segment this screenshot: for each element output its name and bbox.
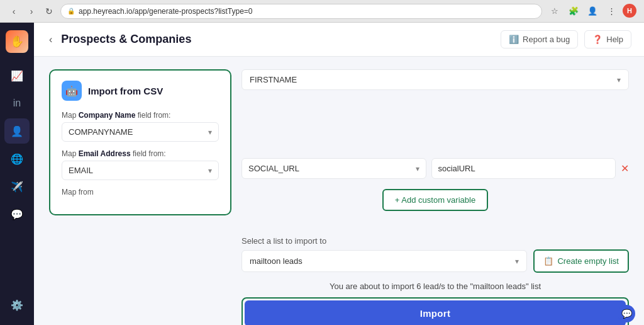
create-list-icon: 📋 [543,256,553,266]
chevron-down-social: ▾ [416,164,419,173]
spacer-email [242,128,629,158]
browser-actions: ☆ 🧩 👤 ⋮ H [547,4,636,19]
import-card-area: 🤖 Import from CSV Map Company Name field… [49,69,231,325]
back-button[interactable]: ‹ [8,5,20,18]
email-label: Map Email Address field from: [62,149,219,158]
list-selected-value: mailtoon leads [250,256,303,266]
right-form-area: FIRSTNAME ▾ SOCIAL_URL ▾ ✕ [231,69,629,325]
import-card-header: 🤖 Import from CSV [62,81,219,101]
content-area: 🤖 Import from CSV Map Company Name field… [34,57,644,325]
app-layout: ✋ 📈 in 👤 🌐 ✈️ 💬 ⚙️ ‹ Prospects & Compani… [0,23,644,325]
more-icon[interactable]: ⋮ [604,4,619,19]
companyname-value: COMPANYNAME [69,127,133,137]
companyname-label: Map Company Name field from: [62,111,219,120]
mapfrom-label: Map from [62,188,219,197]
report-bug-button[interactable]: ℹ️ Report a bug [501,30,578,48]
select-list-label: Select a list to import to [242,236,629,246]
select-list-section: Select a list to import to mailtoon lead… [242,236,629,273]
import-card-title: Import from CSV [88,86,163,96]
sidebar: ✋ 📈 in 👤 🌐 ✈️ 💬 ⚙️ [0,23,34,325]
sidebar-item-analytics[interactable]: 📈 [4,63,30,88]
report-bug-label: Report a bug [523,35,570,44]
import-card: 🤖 Import from CSV Map Company Name field… [49,69,231,215]
user-avatar[interactable]: H [623,4,636,18]
bookmark-icon[interactable]: ☆ [547,4,562,19]
chevron-down-icon: ▾ [208,128,212,137]
chevron-down-icon-email: ▾ [208,166,212,175]
firstname-value: FIRSTNAME [250,75,297,84]
chevron-down-list: ▾ [515,257,519,266]
profile-icon[interactable]: 👤 [585,4,600,19]
mapfrom-section: Map from [62,188,219,197]
url-bar[interactable]: 🔒 app.heyreach.io/app/generate-prospects… [60,4,542,19]
top-bar-actions: ℹ️ Report a bug ❓ Help [501,30,631,48]
lock-icon: 🔒 [67,8,75,14]
companyname-select[interactable]: COMPANYNAME ▾ [62,122,219,142]
chat-bubble-icon[interactable]: 💬 [618,305,635,322]
csv-icon: 🤖 [62,81,82,101]
social-url-select[interactable]: SOCIAL_URL ▾ [242,158,426,179]
back-navigation-button[interactable]: ‹ [47,31,55,48]
help-icon: ❓ [592,35,602,44]
create-empty-list-button[interactable]: 📋 Create empty list [533,249,629,273]
companyname-bold: Company Name [79,111,136,120]
forward-button[interactable]: › [25,5,38,18]
top-bar: ‹ Prospects & Companies ℹ️ Report a bug … [34,23,644,57]
extensions-icon[interactable]: 🧩 [566,4,581,19]
import-button[interactable]: Import [245,300,626,325]
social-url-input[interactable] [431,158,616,179]
sidebar-item-linkedin[interactable]: in [4,91,30,116]
sidebar-item-settings[interactable]: ⚙️ [4,292,30,317]
chevron-down-firstname: ▾ [617,76,621,84]
sidebar-bottom: ⚙️ [4,292,30,317]
main-content: ‹ Prospects & Companies ℹ️ Report a bug … [34,23,644,325]
social-url-row: SOCIAL_URL ▾ ✕ [242,158,629,179]
add-custom-label: + Add custom variable [395,195,475,205]
spacer-company [242,98,629,128]
add-custom-variable-button[interactable]: + Add custom variable [382,189,488,211]
email-bold: Email Address [79,149,131,158]
sidebar-item-network[interactable]: 🌐 [4,146,30,171]
content-inner: 🤖 Import from CSV Map Company Name field… [49,69,629,325]
list-dropdown[interactable]: mailtoon leads ▾ [242,250,527,272]
select-list-row: mailtoon leads ▾ 📋 Create empty list [242,249,629,273]
url-text: app.heyreach.io/app/generate-prospects?l… [79,7,253,16]
social-url-value: SOCIAL_URL [248,164,299,173]
sidebar-item-campaigns[interactable]: ✈️ [4,174,30,199]
help-button[interactable]: ❓ Help [584,30,631,48]
email-value: EMAIL [69,166,93,175]
email-field-section: Map Email Address field from: EMAIL ▾ [62,149,219,180]
help-label: Help [606,35,623,44]
refresh-button[interactable]: ↻ [43,5,55,18]
email-select[interactable]: EMAIL ▾ [62,161,219,180]
create-list-label: Create empty list [557,256,619,266]
delete-social-url-button[interactable]: ✕ [621,162,629,174]
firstname-row[interactable]: FIRSTNAME ▾ [242,69,629,90]
companyname-field-section: Map Company Name field from: COMPANYNAME… [62,111,219,142]
sidebar-item-prospects[interactable]: 👤 [4,118,30,144]
sidebar-item-messages[interactable]: 💬 [4,202,30,227]
app-logo: ✋ [6,30,28,53]
import-info-text: You are about to import 6 lead/s to the … [330,282,541,291]
import-button-wrapper: Import 💬 [242,297,629,325]
page-title: Prospects & Companies [61,33,191,46]
browser-chrome: ‹ › ↻ 🔒 app.heyreach.io/app/generate-pro… [0,0,644,23]
alert-icon: ℹ️ [509,35,519,44]
